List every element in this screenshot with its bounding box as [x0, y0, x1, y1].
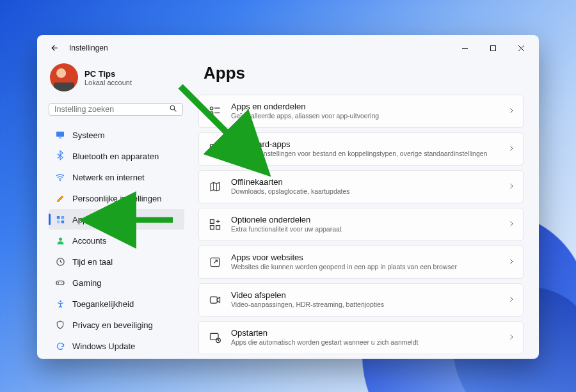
settings-window: Instellingen PC Tips Lokaal account [37, 35, 539, 359]
update-icon [55, 341, 65, 351]
startup-icon [208, 331, 222, 345]
svg-point-6 [60, 180, 61, 181]
gamepad-icon [55, 278, 65, 288]
search-icon [169, 104, 177, 115]
card-video-playback[interactable]: Video afspelenVideo-aanpassingen, HDR-st… [198, 283, 524, 317]
svg-rect-1 [490, 45, 495, 51]
svg-rect-9 [56, 220, 59, 223]
sidebar-item-label: Toegankelijkheid [72, 299, 134, 309]
card-title: Standaard-apps [231, 139, 508, 150]
person-icon [55, 235, 65, 246]
card-subtitle: Apps die automatisch worden gestart wann… [231, 338, 508, 347]
svg-rect-5 [59, 137, 61, 138]
close-button[interactable] [507, 38, 535, 58]
svg-rect-7 [56, 216, 59, 218]
sidebar-item-bluetooth[interactable]: Bluetooth en apparaten [49, 146, 184, 166]
back-button[interactable] [46, 40, 63, 56]
apps-list-icon [208, 104, 222, 118]
card-title: Apps en onderdelen [231, 102, 508, 112]
sidebar-item-label: Persoonlijke instellingen [72, 194, 161, 203]
card-apps-features[interactable]: Apps en onderdelenGeïnstalleerde apps, a… [198, 95, 524, 128]
svg-point-2 [170, 106, 175, 110]
chevron-right-icon [508, 294, 515, 306]
card-title: Video afspelen [231, 290, 508, 301]
sidebar-item-time[interactable]: Tijd en taal [49, 251, 184, 272]
chevron-right-icon [508, 143, 515, 155]
card-subtitle: Video-aanpassingen, HDR-streaming, batte… [231, 301, 508, 310]
card-subtitle: Extra functionaliteit voor uw apparaat [231, 225, 508, 234]
card-default-apps[interactable]: Standaard-appsStandaardinstellingen voor… [198, 132, 524, 166]
svg-point-11 [59, 237, 62, 240]
card-title: Apps voor websites [231, 253, 508, 263]
chevron-right-icon [508, 332, 515, 343]
sidebar-item-apps[interactable]: Apps [49, 209, 184, 230]
back-icon [50, 43, 59, 52]
sidebar-item-label: Bluetooth en apparaten [72, 152, 159, 161]
card-title: Opstarten [231, 328, 508, 338]
search-input[interactable] [54, 105, 169, 114]
card-offline-maps[interactable]: OfflinekaartenDownloads, opslaglocatie, … [198, 170, 524, 203]
chevron-right-icon [508, 181, 515, 192]
sidebar-item-system[interactable]: Systeem [49, 125, 184, 145]
sidebar-item-accounts[interactable]: Accounts [49, 230, 184, 251]
minimize-button[interactable] [451, 38, 479, 58]
sidebar-item-label: Accounts [72, 236, 106, 246]
sidebar-item-label: Privacy en beveiliging [72, 320, 153, 330]
default-apps-icon [208, 142, 222, 156]
maximize-button[interactable] [479, 38, 507, 58]
nav-list: Systeem Bluetooth en apparaten Netwerk e… [49, 125, 184, 356]
svg-line-3 [174, 109, 176, 111]
apps-icon [55, 214, 65, 224]
card-optional-features[interactable]: Optionele onderdelenExtra functionalitei… [198, 208, 524, 241]
avatar [50, 63, 78, 91]
profile-name: PC Tips [84, 69, 132, 79]
chevron-right-icon [508, 256, 515, 268]
sidebar-item-accessibility[interactable]: Toegankelijkheid [49, 294, 184, 314]
wifi-icon [55, 172, 65, 182]
card-subtitle: Geïnstalleerde apps, aliassen voor app-u… [231, 112, 508, 121]
search-box[interactable] [49, 103, 183, 116]
svg-rect-10 [61, 220, 63, 223]
map-icon [208, 180, 222, 194]
sidebar-item-gaming[interactable]: Gaming [49, 272, 184, 293]
clock-icon [55, 256, 65, 267]
sidebar-item-update[interactable]: Windows Update [49, 336, 184, 356]
window-title: Instellingen [69, 43, 108, 52]
accessibility-icon [55, 299, 65, 309]
card-title: Offlinekaarten [231, 177, 508, 187]
svg-rect-22 [211, 220, 214, 224]
sidebar-item-label: Windows Update [72, 341, 135, 351]
sidebar-item-network[interactable]: Netwerk en internet [49, 167, 184, 187]
svg-rect-13 [56, 281, 64, 285]
open-external-icon [208, 255, 222, 269]
card-apps-websites[interactable]: Apps voor websitesWebsites die kunnen wo… [198, 246, 524, 279]
card-subtitle: Standaardinstellingen voor bestand en ko… [231, 150, 508, 159]
svg-rect-26 [211, 297, 218, 303]
sidebar-item-label: Apps [72, 215, 92, 224]
svg-point-14 [61, 283, 63, 284]
svg-rect-8 [61, 216, 63, 218]
paintbrush-icon [55, 193, 65, 203]
svg-rect-23 [211, 226, 214, 230]
display-icon [55, 130, 65, 140]
titlebar: Instellingen [37, 35, 539, 61]
card-subtitle: Websites die kunnen worden geopend in ee… [231, 263, 508, 272]
card-title: Optionele onderdelen [231, 215, 508, 225]
video-icon [208, 293, 222, 307]
chevron-right-icon [508, 219, 515, 230]
sidebar-item-privacy[interactable]: Privacy en beveiliging [49, 315, 184, 335]
sidebar-item-label: Gaming [72, 278, 102, 288]
card-startup[interactable]: OpstartenApps die automatisch worden ges… [198, 321, 524, 354]
sidebar-item-personalization[interactable]: Persoonlijke instellingen [49, 188, 184, 208]
sidebar: PC Tips Lokaal account Systeem Bluetooth… [37, 61, 191, 359]
profile-block[interactable]: PC Tips Lokaal account [49, 58, 184, 99]
card-subtitle: Downloads, opslaglocatie, kaartupdates [231, 187, 508, 196]
main-panel: Apps Apps en onderdelenGeïnstalleerde ap… [191, 61, 539, 359]
svg-rect-16 [211, 107, 213, 109]
bluetooth-icon [55, 151, 65, 161]
svg-rect-17 [211, 112, 213, 114]
sidebar-item-label: Tijd en taal [72, 257, 113, 267]
page-title: Apps [204, 63, 524, 83]
svg-point-15 [60, 300, 61, 302]
svg-rect-24 [216, 226, 220, 230]
